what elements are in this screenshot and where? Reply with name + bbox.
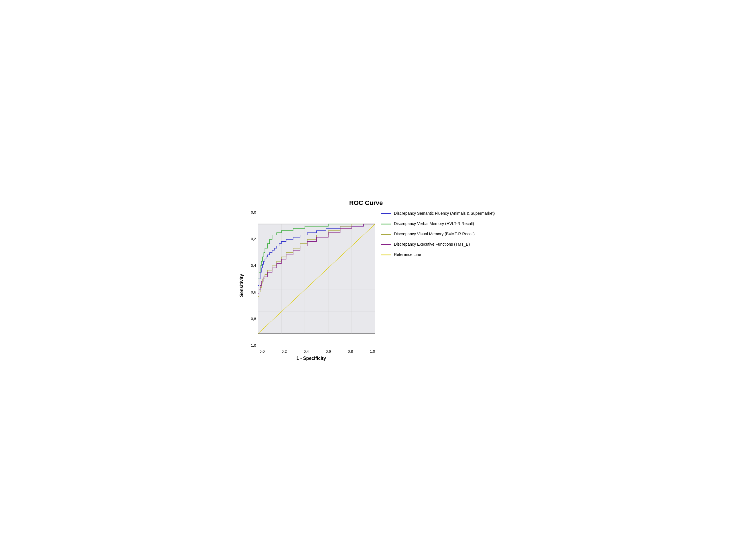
legend-item-semantic: Discrepancy Semantic Fluency (Animals & … [381, 211, 495, 216]
legend-line-semantic [381, 213, 391, 214]
chart-body: Sensitivity 1,0 0,8 0,6 0,4 0,2 0,0 [237, 210, 495, 361]
x-tick: 0,8 [348, 349, 353, 354]
legend-label-reference: Reference Line [394, 252, 421, 257]
legend-label-visual: Discrepancy Visual Memory (BVMT-R Recall… [394, 231, 475, 236]
legend-line-visual [381, 234, 391, 235]
x-tick: 0,4 [304, 349, 309, 354]
legend-line-reference [381, 255, 391, 255]
legend-item-reference: Reference Line [381, 252, 495, 257]
y-tick: 0,6 [251, 290, 256, 294]
chart-title: ROC Curve [349, 199, 383, 207]
legend-label-semantic: Discrepancy Semantic Fluency (Animals & … [394, 211, 495, 216]
x-tick: 0,6 [326, 349, 331, 354]
legend-item-verbal: Discrepancy Verbal Memory (HVLT-R Recall… [381, 221, 495, 226]
chart-container: ROC Curve Sensitivity 1,0 0,8 0,6 0,4 0,… [237, 199, 495, 361]
legend-item-visual: Discrepancy Visual Memory (BVMT-R Recall… [381, 231, 495, 236]
chart-inner: 1,0 0,8 0,6 0,4 0,2 0,0 [248, 210, 375, 361]
legend-item-executive: Discrepancy Executive Functions (TMT_B) [381, 242, 495, 247]
x-ticks-row: 0,0 0,2 0,4 0,6 0,8 1,0 [260, 349, 375, 354]
x-tick: 0,0 [260, 349, 265, 354]
y-ticks: 1,0 0,8 0,6 0,4 0,2 0,0 [248, 210, 258, 348]
legend-line-verbal [381, 224, 391, 224]
y-tick: 0,2 [251, 237, 256, 241]
legend-label-verbal: Discrepancy Verbal Memory (HVLT-R Recall… [394, 221, 474, 226]
x-axis-label: 1 - Specificity [248, 356, 375, 361]
x-tick: 1,0 [370, 349, 375, 354]
y-axis-label: Sensitivity [237, 210, 246, 361]
y-tick: 0,8 [251, 317, 256, 321]
chart-plot-area: 1,0 0,8 0,6 0,4 0,2 0,0 [248, 210, 375, 348]
x-tick: 0,2 [282, 349, 287, 354]
svg-plot [258, 210, 375, 348]
y-tick: 0,4 [251, 263, 256, 268]
y-tick: 0,0 [251, 210, 256, 214]
legend: Discrepancy Semantic Fluency (Animals & … [381, 210, 495, 361]
legend-line-executive [381, 244, 391, 245]
legend-label-executive: Discrepancy Executive Functions (TMT_B) [394, 242, 470, 247]
y-tick: 1,0 [251, 343, 256, 348]
